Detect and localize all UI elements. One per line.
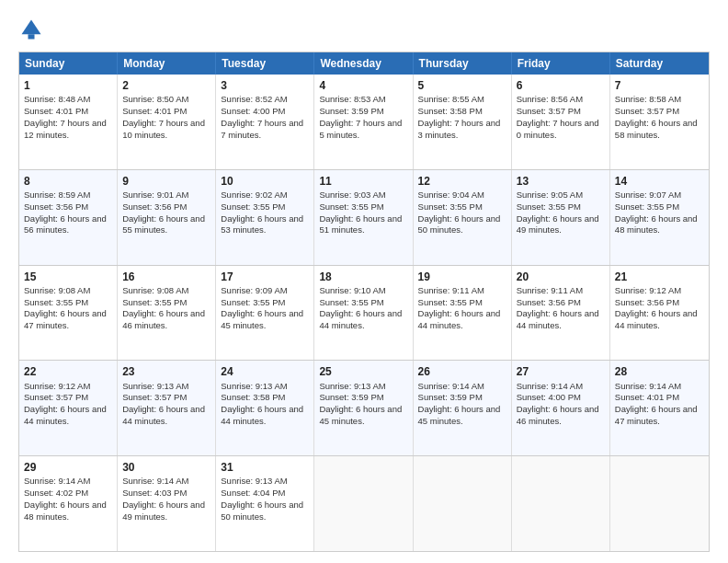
- daylight-text: Daylight: 6 hours and 55 minutes.: [122, 213, 205, 236]
- day-cell-4: 4Sunrise: 8:53 AMSunset: 3:59 PMDaylight…: [314, 75, 413, 169]
- day-number: 9: [122, 174, 210, 189]
- header-day-sunday: Sunday: [19, 52, 118, 75]
- sunset-text: Sunset: 3:57 PM: [615, 106, 679, 116]
- sunset-text: Sunset: 4:01 PM: [615, 392, 679, 402]
- sunset-text: Sunset: 3:56 PM: [517, 297, 581, 307]
- sunset-text: Sunset: 3:57 PM: [517, 106, 581, 116]
- day-cell-17: 17Sunrise: 9:09 AMSunset: 3:55 PMDayligh…: [216, 266, 314, 361]
- day-cell-31: 31Sunrise: 9:13 AMSunset: 4:04 PMDayligh…: [216, 456, 314, 551]
- sunset-text: Sunset: 3:58 PM: [418, 106, 483, 116]
- day-number: 3: [221, 78, 309, 93]
- day-cell-20: 20Sunrise: 9:11 AMSunset: 3:56 PMDayligh…: [512, 266, 610, 361]
- day-number: 19: [418, 270, 506, 284]
- day-cell-6: 6Sunrise: 8:56 AMSunset: 3:57 PMDaylight…: [512, 75, 610, 169]
- sunrise-text: Sunrise: 8:58 AM: [615, 94, 681, 104]
- daylight-text: Daylight: 7 hours and 10 minutes.: [122, 118, 205, 140]
- daylight-text: Daylight: 6 hours and 44 minutes.: [517, 308, 599, 330]
- day-cell-18: 18Sunrise: 9:10 AMSunset: 3:55 PMDayligh…: [314, 266, 413, 361]
- day-cell-3: 3Sunrise: 8:52 AMSunset: 4:00 PMDaylight…: [216, 75, 314, 169]
- day-number: 25: [319, 364, 407, 379]
- daylight-text: Daylight: 6 hours and 44 minutes.: [418, 308, 501, 330]
- daylight-text: Daylight: 6 hours and 46 minutes.: [122, 308, 205, 330]
- sunrise-text: Sunrise: 9:13 AM: [221, 381, 287, 391]
- header: [18, 17, 710, 42]
- sunset-text: Sunset: 3:56 PM: [122, 201, 187, 212]
- daylight-text: Daylight: 6 hours and 50 minutes.: [221, 500, 303, 522]
- day-cell-10: 10Sunrise: 9:02 AMSunset: 3:55 PMDayligh…: [216, 170, 314, 265]
- empty-cell: [314, 456, 413, 551]
- calendar-row-3: 15Sunrise: 9:08 AMSunset: 3:55 PMDayligh…: [19, 265, 709, 361]
- daylight-text: Daylight: 7 hours and 0 minutes.: [517, 118, 599, 140]
- sunset-text: Sunset: 3:59 PM: [418, 392, 483, 402]
- sunset-text: Sunset: 4:01 PM: [122, 106, 187, 116]
- day-cell-9: 9Sunrise: 9:01 AMSunset: 3:56 PMDaylight…: [118, 170, 216, 265]
- sunset-text: Sunset: 3:57 PM: [24, 392, 88, 402]
- page: SundayMondayTuesdayWednesdayThursdayFrid…: [0, 0, 728, 563]
- day-cell-1: 1Sunrise: 8:48 AMSunset: 4:01 PMDaylight…: [19, 75, 118, 169]
- sunrise-text: Sunrise: 9:07 AM: [615, 190, 681, 200]
- day-number: 11: [319, 174, 407, 189]
- empty-cell: [610, 456, 709, 551]
- day-cell-24: 24Sunrise: 9:13 AMSunset: 3:58 PMDayligh…: [216, 361, 314, 455]
- day-number: 27: [517, 364, 605, 379]
- empty-cell: [512, 456, 610, 551]
- day-number: 4: [319, 78, 407, 93]
- day-cell-15: 15Sunrise: 9:08 AMSunset: 3:55 PMDayligh…: [19, 266, 118, 361]
- day-number: 31: [221, 460, 309, 475]
- sunrise-text: Sunrise: 9:14 AM: [122, 476, 188, 486]
- daylight-text: Daylight: 6 hours and 44 minutes.: [221, 404, 303, 426]
- sunrise-text: Sunrise: 8:55 AM: [418, 94, 484, 104]
- sunset-text: Sunset: 3:55 PM: [517, 201, 581, 212]
- sunrise-text: Sunrise: 9:11 AM: [418, 285, 484, 295]
- daylight-text: Daylight: 6 hours and 48 minutes.: [615, 213, 698, 236]
- sunrise-text: Sunrise: 9:08 AM: [24, 285, 90, 295]
- sunrise-text: Sunrise: 8:48 AM: [24, 94, 90, 104]
- sunrise-text: Sunrise: 8:59 AM: [24, 190, 90, 200]
- day-number: 10: [221, 174, 309, 189]
- sunset-text: Sunset: 3:55 PM: [418, 297, 483, 307]
- daylight-text: Daylight: 7 hours and 12 minutes.: [24, 118, 107, 140]
- sunset-text: Sunset: 3:59 PM: [319, 106, 383, 116]
- calendar-row-2: 8Sunrise: 8:59 AMSunset: 3:56 PMDaylight…: [19, 169, 709, 265]
- sunset-text: Sunset: 3:55 PM: [221, 201, 285, 212]
- header-day-saturday: Saturday: [610, 52, 709, 75]
- daylight-text: Daylight: 6 hours and 46 minutes.: [517, 404, 599, 426]
- sunrise-text: Sunrise: 9:08 AM: [122, 285, 188, 295]
- sunrise-text: Sunrise: 9:01 AM: [122, 190, 188, 200]
- sunset-text: Sunset: 4:04 PM: [221, 488, 285, 498]
- day-cell-7: 7Sunrise: 8:58 AMSunset: 3:57 PMDaylight…: [610, 75, 709, 169]
- day-number: 26: [418, 364, 506, 379]
- day-number: 22: [24, 364, 112, 379]
- sunset-text: Sunset: 3:55 PM: [319, 297, 383, 307]
- calendar-body: 1Sunrise: 8:48 AMSunset: 4:01 PMDaylight…: [19, 75, 709, 551]
- day-number: 14: [615, 174, 704, 189]
- sunrise-text: Sunrise: 9:02 AM: [221, 190, 287, 200]
- day-number: 28: [615, 364, 704, 379]
- day-number: 12: [418, 174, 506, 189]
- sunset-text: Sunset: 3:55 PM: [221, 297, 285, 307]
- sunset-text: Sunset: 4:00 PM: [517, 392, 581, 402]
- sunset-text: Sunset: 3:55 PM: [319, 201, 383, 212]
- day-number: 13: [517, 174, 605, 189]
- daylight-text: Daylight: 6 hours and 45 minutes.: [221, 308, 303, 330]
- sunset-text: Sunset: 3:56 PM: [615, 297, 679, 307]
- daylight-text: Daylight: 6 hours and 58 minutes.: [615, 118, 698, 140]
- header-day-wednesday: Wednesday: [314, 52, 413, 75]
- sunset-text: Sunset: 4:03 PM: [122, 488, 187, 498]
- daylight-text: Daylight: 6 hours and 45 minutes.: [319, 404, 402, 426]
- empty-cell: [414, 456, 512, 551]
- day-cell-8: 8Sunrise: 8:59 AMSunset: 3:56 PMDaylight…: [19, 170, 118, 265]
- day-cell-2: 2Sunrise: 8:50 AMSunset: 4:01 PMDaylight…: [118, 75, 216, 169]
- header-day-monday: Monday: [118, 52, 216, 75]
- header-day-tuesday: Tuesday: [216, 52, 314, 75]
- logo-icon: [18, 17, 44, 42]
- day-cell-13: 13Sunrise: 9:05 AMSunset: 3:55 PMDayligh…: [512, 170, 610, 265]
- day-cell-30: 30Sunrise: 9:14 AMSunset: 4:03 PMDayligh…: [118, 456, 216, 551]
- sunrise-text: Sunrise: 9:12 AM: [24, 381, 90, 391]
- svg-rect-1: [28, 34, 35, 39]
- calendar-row-1: 1Sunrise: 8:48 AMSunset: 4:01 PMDaylight…: [19, 75, 709, 169]
- day-cell-23: 23Sunrise: 9:13 AMSunset: 3:57 PMDayligh…: [118, 361, 216, 455]
- daylight-text: Daylight: 6 hours and 47 minutes.: [24, 308, 107, 330]
- day-number: 15: [24, 270, 112, 284]
- daylight-text: Daylight: 6 hours and 49 minutes.: [517, 213, 599, 236]
